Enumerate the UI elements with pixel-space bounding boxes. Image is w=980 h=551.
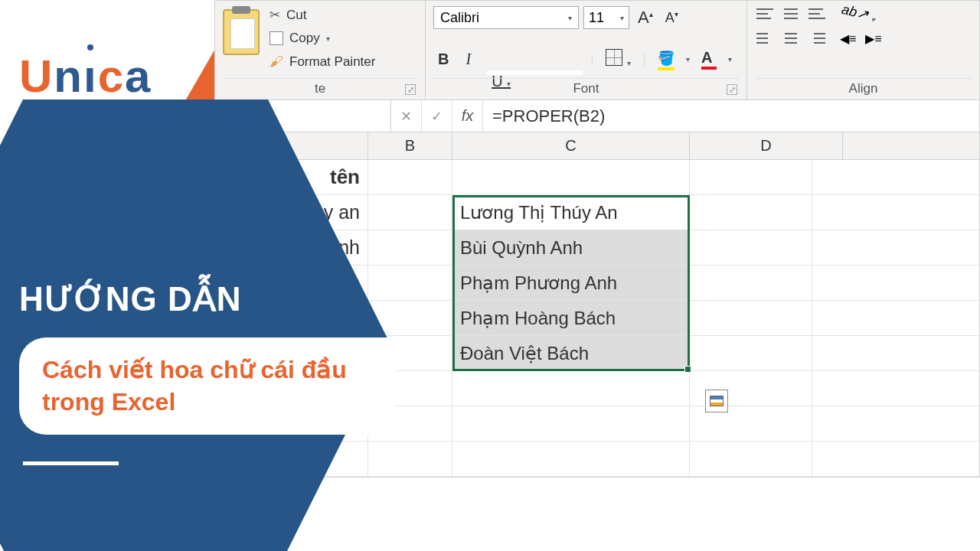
formula-confirm-button[interactable]: ✓ xyxy=(422,100,452,132)
underline-button[interactable]: U ▾ xyxy=(487,70,583,75)
cell-d1[interactable] xyxy=(690,160,812,194)
alignment-group-label: Align xyxy=(849,81,878,96)
tutorial-subtitle-box: Cách viết hoa chữ cái đầu trong Excel xyxy=(19,337,394,435)
format-painter-button[interactable]: 🖌 Format Painter xyxy=(266,52,379,71)
ribbon-group-clipboard: ✂ Cut Copy ▾ 🖌 Format Painter te xyxy=(215,1,426,99)
fx-button[interactable]: fx xyxy=(452,100,483,132)
bold-button[interactable]: B xyxy=(433,48,453,70)
align-center-button[interactable] xyxy=(781,30,801,47)
font-group-label: Font xyxy=(573,81,599,96)
cut-button[interactable]: ✂ Cut xyxy=(266,5,379,24)
formula-cancel-button[interactable]: ✕ xyxy=(391,100,422,132)
font-size-value: 11 xyxy=(589,10,604,26)
cell-c2[interactable]: Lương Thị Thúy An xyxy=(452,195,690,230)
chevron-down-icon: ▾ xyxy=(620,14,624,22)
copy-button[interactable]: Copy ▾ xyxy=(266,29,379,47)
dialog-launcher-icon[interactable]: ⤢ xyxy=(405,84,416,95)
cell-c4[interactable]: Phạm Phương Anh xyxy=(452,266,690,300)
font-size-dropdown[interactable]: 11 ▾ xyxy=(583,6,629,29)
cell-c3[interactable]: Bùi Quỳnh Anh xyxy=(452,230,690,265)
paste-icon[interactable] xyxy=(223,9,260,55)
copy-label: Copy xyxy=(289,31,320,46)
decor-underline xyxy=(23,461,119,465)
dialog-launcher-icon[interactable]: ⤢ xyxy=(727,84,737,95)
tutorial-heading: HƯỚNG DẪN xyxy=(19,279,402,318)
autofill-options-button[interactable] xyxy=(705,390,728,412)
formula-input[interactable]: =PROPER(B2) xyxy=(483,106,979,126)
ribbon-group-alignment: ab↗ ▾ ◀≡ ▶≡ Align xyxy=(747,1,979,99)
column-header-b[interactable]: B xyxy=(368,132,452,159)
cell-spacer[interactable] xyxy=(368,160,452,194)
column-headers: B C D xyxy=(215,132,979,160)
border-button[interactable]: ▾ xyxy=(601,47,635,72)
align-top-button[interactable] xyxy=(755,5,775,22)
clipboard-group-label: te xyxy=(315,81,325,96)
scissors-icon: ✂ xyxy=(270,7,280,23)
unica-logo: Unıca xyxy=(19,50,152,103)
cell-c6[interactable]: Đoàn Việt Bách xyxy=(452,336,690,370)
fill-color-button[interactable]: 🪣 xyxy=(654,47,678,72)
formula-bar: ✕ ✓ fx =PROPER(B2) xyxy=(215,100,979,132)
ribbon: ✂ Cut Copy ▾ 🖌 Format Painter te xyxy=(215,1,979,100)
copy-icon xyxy=(270,31,283,45)
cell-c1[interactable] xyxy=(452,160,690,194)
italic-button[interactable]: I xyxy=(461,48,475,70)
align-middle-button[interactable] xyxy=(781,5,801,22)
autofill-icon xyxy=(710,396,724,406)
tutorial-overlay: HƯỚNG DẪN Cách viết hoa chữ cái đầu tron… xyxy=(19,279,402,465)
font-name-dropdown[interactable]: Calibri ▾ xyxy=(433,6,579,29)
align-left-button[interactable] xyxy=(755,30,775,47)
format-painter-label: Format Painter xyxy=(289,54,375,70)
increase-font-button[interactable]: A▴ xyxy=(634,5,657,30)
align-right-button[interactable] xyxy=(807,30,827,47)
ribbon-group-font: Calibri ▾ 11 ▾ A▴ A▾ B I U ▾ | ▾ xyxy=(426,1,747,99)
border-icon xyxy=(606,49,622,66)
brush-icon: 🖌 xyxy=(270,54,283,70)
tutorial-subtitle: Cách viết hoa chữ cái đầu trong Excel xyxy=(42,354,371,418)
table-row: tên xyxy=(215,160,979,195)
orientation-button[interactable]: ab↗ ▾ xyxy=(837,0,884,28)
chevron-down-icon: ▾ xyxy=(326,34,330,43)
chevron-down-icon: ▾ xyxy=(568,14,572,22)
cell-c5[interactable]: Phạm Hoàng Bách xyxy=(452,301,690,335)
align-bottom-button[interactable] xyxy=(807,5,827,22)
font-name-value: Calibri xyxy=(440,10,479,26)
decrease-indent-button[interactable]: ◀≡ xyxy=(838,30,858,47)
cut-label: Cut xyxy=(286,8,306,23)
decrease-font-button[interactable]: A▾ xyxy=(662,8,682,28)
increase-indent-button[interactable]: ▶≡ xyxy=(864,30,883,47)
column-header-c[interactable]: C xyxy=(452,132,690,159)
column-header-d[interactable]: D xyxy=(690,132,843,159)
bucket-icon: 🪣 xyxy=(658,51,675,66)
font-color-button[interactable]: A xyxy=(697,47,720,71)
